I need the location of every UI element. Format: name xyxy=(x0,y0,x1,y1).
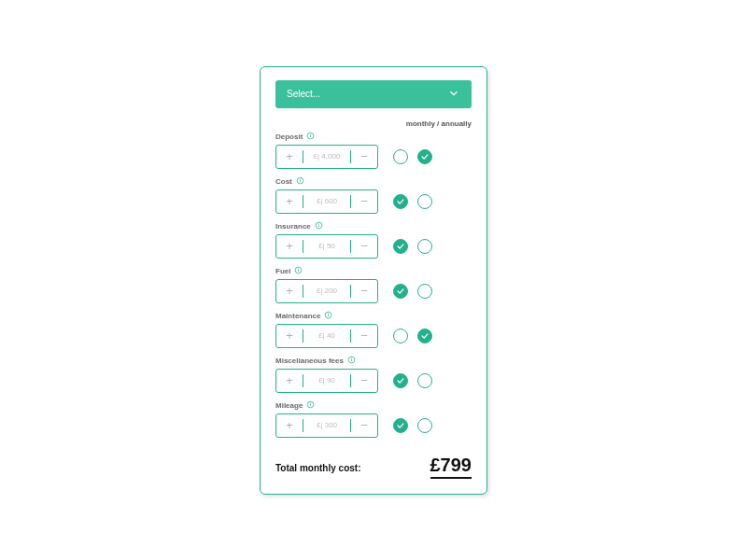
cost-card: Select... monthly / annually Deposit+£| … xyxy=(260,66,487,495)
minus-button[interactable]: − xyxy=(351,414,377,437)
row-label: Insurance xyxy=(275,222,311,231)
minus-button[interactable]: − xyxy=(351,146,377,168)
frequency-toggle xyxy=(393,239,432,254)
car-select[interactable]: Select... xyxy=(275,80,472,108)
annually-radio[interactable] xyxy=(417,194,432,209)
minus-button[interactable]: − xyxy=(351,370,377,392)
total-row: Total monthly cost: £799 xyxy=(275,455,472,479)
plus-button[interactable]: + xyxy=(276,280,303,302)
plus-button[interactable]: + xyxy=(276,370,303,392)
row-label: Mileage xyxy=(275,401,303,410)
row-label: Fuel xyxy=(275,267,290,275)
info-icon[interactable] xyxy=(306,400,315,411)
info-icon[interactable] xyxy=(315,221,323,231)
stepper-value: £| 200 xyxy=(303,287,350,295)
monthly-radio[interactable] xyxy=(393,149,408,164)
minus-button[interactable]: − xyxy=(351,280,377,302)
annually-radio[interactable] xyxy=(417,239,432,254)
stepper-value: £| 50 xyxy=(303,242,350,250)
minus-button[interactable]: − xyxy=(351,235,377,258)
row-label: Maintenance xyxy=(275,312,320,320)
annually-radio[interactable] xyxy=(417,329,432,343)
deposit-stepper[interactable]: +£| 4,000− xyxy=(275,145,378,169)
total-value: £799 xyxy=(430,455,472,479)
frequency-toggle xyxy=(393,194,432,209)
stepper-value: £| 90 xyxy=(303,376,350,385)
monthly-radio[interactable] xyxy=(393,284,408,299)
cost-row-misc: Miscellaneous fees+£| 90− xyxy=(275,356,472,393)
info-icon[interactable] xyxy=(324,311,332,321)
fuel-stepper[interactable]: +£| 200− xyxy=(275,279,378,303)
cost-row-fuel: Fuel+£| 200− xyxy=(275,266,472,303)
plus-button[interactable]: + xyxy=(276,190,303,213)
cost-row-deposit: Deposit+£| 4,000− xyxy=(275,132,472,169)
monthly-radio[interactable] xyxy=(393,373,408,388)
annually-radio[interactable] xyxy=(417,418,432,433)
cost-row-maintenance: Maintenance+£| 40− xyxy=(275,311,472,348)
frequency-toggle xyxy=(393,284,432,299)
maintenance-stepper[interactable]: +£| 40− xyxy=(275,324,378,348)
cost-row-cost: Cost+£| 600− xyxy=(275,176,472,214)
plus-button[interactable]: + xyxy=(276,235,303,258)
plus-button[interactable]: + xyxy=(276,146,303,168)
row-label: Miscellaneous fees xyxy=(275,357,344,365)
info-icon[interactable] xyxy=(294,266,303,276)
stepper-value: £| 600 xyxy=(303,197,350,205)
monthly-radio[interactable] xyxy=(393,239,408,254)
cost-stepper[interactable]: +£| 600− xyxy=(275,189,378,214)
annually-radio[interactable] xyxy=(417,149,432,164)
frequency-header: monthly / annually xyxy=(275,119,472,128)
row-label: Deposit xyxy=(275,133,303,141)
info-icon[interactable] xyxy=(347,356,356,366)
plus-button[interactable]: + xyxy=(276,325,303,347)
insurance-stepper[interactable]: +£| 50− xyxy=(275,234,378,259)
cost-row-mileage: Mileage+£| 300− xyxy=(275,400,472,438)
frequency-toggle xyxy=(393,373,432,388)
misc-stepper[interactable]: +£| 90− xyxy=(275,369,378,393)
frequency-toggle xyxy=(393,149,432,164)
stepper-value: £| 4,000 xyxy=(303,152,350,161)
minus-button[interactable]: − xyxy=(351,190,377,213)
chevron-down-icon xyxy=(447,87,460,102)
car-select-placeholder: Select... xyxy=(287,89,320,99)
row-label: Cost xyxy=(275,177,292,186)
frequency-toggle xyxy=(393,329,432,343)
total-label: Total monthly cost: xyxy=(275,463,360,473)
plus-button[interactable]: + xyxy=(276,414,303,437)
annually-radio[interactable] xyxy=(417,373,432,388)
frequency-toggle xyxy=(393,418,432,433)
monthly-radio[interactable] xyxy=(393,194,408,209)
annually-radio[interactable] xyxy=(417,284,432,299)
cost-row-insurance: Insurance+£| 50− xyxy=(275,221,472,259)
monthly-radio[interactable] xyxy=(393,418,408,433)
monthly-radio[interactable] xyxy=(393,329,408,343)
info-icon[interactable] xyxy=(306,132,315,142)
minus-button[interactable]: − xyxy=(351,325,377,347)
stepper-value: £| 300 xyxy=(303,421,350,429)
stepper-value: £| 40 xyxy=(303,331,350,340)
info-icon[interactable] xyxy=(296,176,304,187)
mileage-stepper[interactable]: +£| 300− xyxy=(275,413,378,438)
